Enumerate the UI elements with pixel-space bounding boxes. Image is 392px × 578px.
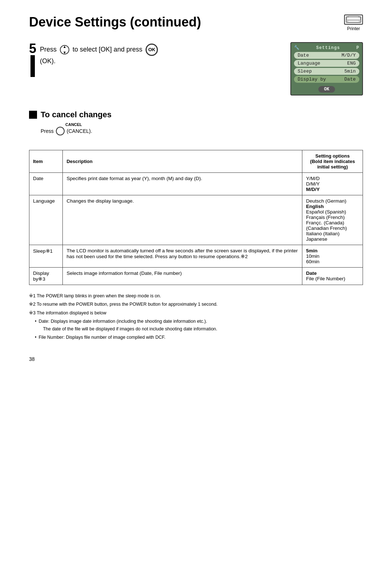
lcd-ok-button: OK [318, 86, 335, 93]
step5-text2: to select [OK] and press [73, 46, 142, 53]
step-bar [30, 55, 35, 77]
section-black-square [29, 111, 37, 119]
cancel-label: CANCEL [65, 122, 363, 127]
step5-text1: Press [40, 46, 57, 53]
footnote-1: ※1 The POWER lamp blinks in green when t… [29, 292, 363, 300]
lcd-row-language: LanguageENG [294, 60, 359, 67]
footnotes-section: ※1 The POWER lamp blinks in green when t… [29, 292, 363, 342]
step5-left: 5 Press ▲▼ to select [OK] and press OK (… [29, 42, 279, 77]
cancel-paren-text: (CANCEL). [67, 128, 92, 134]
page-header: Device Settings (continued) Printer [29, 15, 363, 31]
item-date: Date [29, 173, 63, 195]
options-displayby: DateFile (File Number) [302, 268, 363, 285]
step5-section: 5 Press ▲▼ to select [OK] and press OK (… [29, 42, 363, 95]
step5-instruction: Press ▲▼ to select [OK] and press OK (OK… [40, 42, 159, 66]
lcd-row-date: DateM/D/Y [294, 52, 359, 59]
desc-displayby: Selects image information format (Date, … [63, 268, 302, 285]
table-row: Display by※3 Selects image information f… [29, 268, 363, 285]
lcd-row-sleep: Sleep5min [294, 68, 359, 75]
options-language: Deutsch (German) English Español (Spanis… [302, 195, 363, 245]
lcd-title-row: 🔧 Settings P [294, 45, 359, 50]
cancel-section-title: To cancel changes [41, 110, 111, 119]
th-description: Description [63, 150, 302, 173]
page-title: Device Settings (continued) [29, 15, 201, 30]
svg-rect-2 [348, 20, 359, 22]
cancel-circle-icon [56, 127, 65, 135]
item-displayby: Display by※3 [29, 268, 63, 285]
desc-sleep: The LCD monitor is automatically turned … [63, 245, 302, 268]
lcd-ok-area: OK [294, 85, 359, 93]
lcd-title: Settings [316, 45, 340, 50]
page-number: 38 [29, 356, 363, 362]
desc-language: Changes the display language. [63, 195, 302, 245]
svg-rect-1 [348, 16, 359, 19]
table-header-row: Item Description Setting options (Bold i… [29, 150, 363, 173]
lcd-row-displayby: Display byDate [294, 76, 359, 83]
th-item: Item [29, 150, 63, 173]
table-row: Language Changes the display language. D… [29, 195, 363, 245]
cancel-section-header: To cancel changes [29, 110, 363, 119]
options-sleep: 5min10min60min [302, 245, 363, 268]
settings-table: Item Description Setting options (Bold i… [29, 150, 363, 285]
lcd-icon: 🔧 [294, 45, 300, 50]
bullet-filenumber: • File Number: Displays file number of i… [35, 334, 363, 341]
bullet-date: • Date: Displays image date information … [35, 318, 363, 333]
table-row: Date Specifies print date format as year… [29, 173, 363, 195]
th-setting-options: Setting options (Bold item indicates ini… [302, 150, 363, 173]
arrow-button-icon: ▲▼ [60, 45, 69, 54]
step5-text3: (OK). [40, 57, 56, 65]
lcd-screen: 🔧 Settings P DateM/D/Y LanguageENG Sleep… [290, 42, 363, 95]
item-sleep: Sleep※1 [29, 245, 63, 268]
printer-label: Printer [347, 26, 360, 31]
table-row: Sleep※1 The LCD monitor is automatically… [29, 245, 363, 268]
footnote-3: ※3 The information displayed is below [29, 309, 363, 317]
ok-button-icon: OK [146, 44, 158, 56]
printer-icon-box: Printer [344, 15, 363, 31]
cancel-section: To cancel changes CANCEL Press (CANCEL). [29, 110, 363, 135]
cancel-instruction-area: CANCEL Press (CANCEL). [41, 122, 363, 135]
step-number: 5 [29, 42, 36, 55]
press-text: Press [41, 128, 54, 134]
footnote-2: ※2 To resume with the POWER button, pres… [29, 301, 363, 308]
cancel-instruction: Press (CANCEL). [41, 127, 363, 135]
lcd-p-icon: P [356, 45, 359, 50]
options-date: Y/M/DD/M/YM/D/Y [302, 173, 363, 195]
printer-icon [344, 15, 363, 25]
desc-date: Specifies print date format as year (Y),… [63, 173, 302, 195]
item-language: Language [29, 195, 63, 245]
